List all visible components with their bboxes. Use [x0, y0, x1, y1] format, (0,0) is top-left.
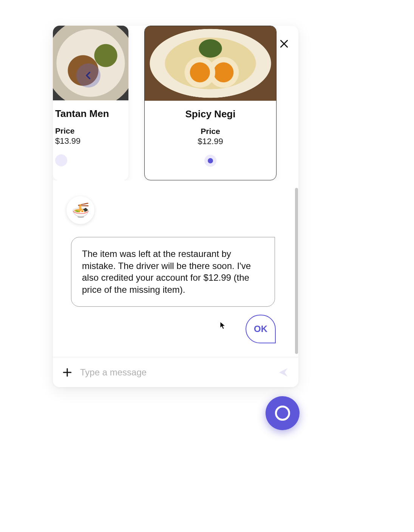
send-button[interactable] [277, 366, 290, 379]
message-input[interactable] [80, 367, 277, 378]
product-card[interactable]: Tantan Men Price $13.99 [53, 26, 128, 180]
price-value: $13.99 [55, 136, 80, 146]
circle-icon [275, 406, 290, 421]
plus-icon [62, 367, 72, 377]
ok-button-label: OK [254, 324, 267, 334]
product-title: Tantan Men [55, 108, 109, 120]
input-bar [53, 357, 298, 387]
background-grid [308, 0, 414, 98]
ramen-icon: 🍜 [72, 202, 90, 218]
ok-button[interactable]: OK [246, 315, 276, 343]
price-label: Price [201, 127, 220, 136]
scrollbar[interactable] [295, 188, 298, 354]
product-title: Spicy Negi [185, 108, 236, 120]
chat-fab[interactable] [266, 396, 300, 430]
chevron-left-icon [83, 70, 94, 81]
bot-avatar: 🍜 [66, 196, 94, 224]
send-icon [278, 367, 289, 378]
attach-button[interactable] [61, 366, 73, 378]
price-value: $12.99 [198, 137, 223, 146]
product-card-body: Tantan Men Price $13.99 [53, 100, 128, 180]
product-card-body: Spicy Negi Price $12.99 [145, 101, 276, 180]
close-icon [279, 39, 289, 49]
bot-message-bubble: The item was left at the restaurant by m… [71, 237, 275, 307]
product-carousel: Tantan Men Price $13.99 Spicy Negi Price… [53, 26, 298, 180]
chat-panel: Tantan Men Price $13.99 Spicy Negi Price… [53, 26, 298, 387]
product-card-selected[interactable]: Spicy Negi Price $12.99 [144, 26, 277, 180]
product-image [145, 26, 276, 101]
select-radio[interactable] [55, 154, 67, 166]
price-label: Price [55, 126, 74, 135]
bot-message-text: The item was left at the restaurant by m… [82, 249, 251, 295]
select-radio-selected[interactable] [204, 155, 216, 167]
carousel-prev-button[interactable] [76, 63, 100, 88]
product-image [53, 26, 128, 100]
close-button[interactable] [277, 37, 291, 51]
